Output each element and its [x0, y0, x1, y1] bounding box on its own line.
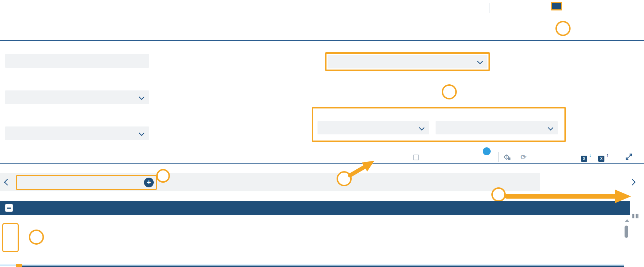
rfq-recipient-select[interactable]	[5, 126, 149, 140]
chips-scroll-left-icon[interactable]	[5, 179, 10, 186]
chevron-down-icon	[548, 125, 554, 131]
next-button[interactable]	[552, 3, 561, 9]
refresh-icon[interactable]: ⟳	[521, 153, 527, 161]
name-input[interactable]	[5, 54, 149, 68]
annotation-circle-3	[337, 171, 352, 186]
end-quote-period-select[interactable]	[436, 121, 558, 134]
annotation-fragment	[16, 264, 22, 267]
section-rule	[0, 163, 644, 164]
excel-import-icon[interactable]: X↑	[598, 153, 609, 162]
time-granularity-select[interactable]	[328, 55, 487, 68]
toolbar-divider	[618, 152, 618, 162]
start-quote-period-select[interactable]	[318, 121, 429, 134]
information-sharing-page: ⚙ ⟳ X↓ X↑ +	[0, 0, 644, 267]
selected-scope-count-badge	[483, 147, 491, 155]
download-arrow-icon: ↓	[589, 152, 591, 158]
select-all-checkbox[interactable]	[5, 204, 13, 212]
chips-highlight	[16, 175, 157, 190]
excel-x-glyph: X	[598, 156, 604, 162]
view-selected-scope-checkbox[interactable]	[413, 155, 419, 160]
columns-panel-grip-icon[interactable]	[632, 213, 640, 220]
excel-export-icon[interactable]: X↓	[581, 153, 592, 162]
expand-fullscreen-icon[interactable]	[625, 153, 633, 162]
table-header	[0, 201, 630, 215]
annotation-circle-4	[29, 230, 44, 245]
bottom-strip	[22, 266, 624, 267]
toolbar-divider	[498, 152, 499, 162]
section-rule	[0, 40, 644, 41]
next-button-highlight	[551, 2, 562, 10]
excel-x-glyph: X	[581, 156, 587, 162]
scrollbar-up-icon[interactable]	[625, 219, 629, 222]
row-checkboxes-highlight	[2, 223, 19, 252]
template-select[interactable]	[5, 90, 149, 104]
gear-save-icon[interactable]: ⚙	[503, 153, 510, 161]
chips-scroll-right-icon[interactable]	[630, 179, 635, 186]
upload-arrow-icon: ↑	[606, 152, 609, 158]
annotation-circle-1	[442, 84, 457, 99]
chevron-down-icon	[139, 130, 145, 136]
chevron-down-icon	[477, 59, 483, 64]
top-divider	[490, 3, 490, 13]
add-filter-button[interactable]: +	[144, 178, 154, 187]
table-body	[0, 215, 624, 267]
chevron-down-icon	[419, 125, 425, 131]
annotation-circle-5	[491, 187, 506, 202]
annotation-circle-6	[555, 21, 571, 36]
chevron-down-icon	[139, 94, 145, 100]
annotation-circle-2	[156, 169, 170, 183]
save-disk-icon	[508, 157, 510, 160]
vertical-scrollbar-thumb[interactable]	[625, 226, 628, 238]
columns-panel-border	[630, 201, 630, 267]
